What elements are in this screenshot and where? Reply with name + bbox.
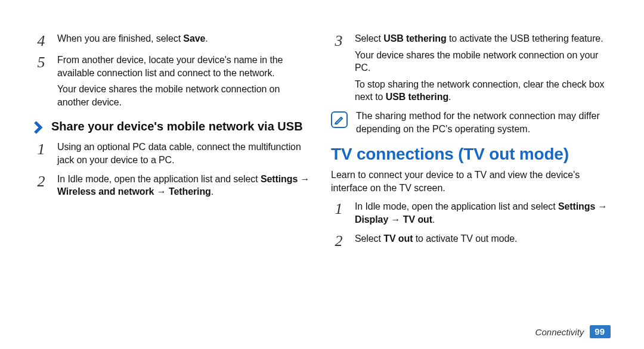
step-item: 3Select USB tethering to activate the US… — [331, 32, 611, 104]
step-body: In Idle mode, open the application list … — [57, 173, 313, 198]
page-footer: Connectivity 99 — [535, 325, 611, 338]
step-item: 1In Idle mode, open the application list… — [331, 200, 611, 226]
steps-continued: 4When you are finished, select Save.5Fro… — [33, 32, 313, 108]
step-number: 2 — [331, 233, 346, 249]
page-number-badge: 99 — [590, 325, 611, 338]
step-number: 5 — [33, 55, 49, 70]
step-body: When you are finished, select Save. — [57, 32, 208, 45]
step-item: 2In Idle mode, open the application list… — [33, 173, 313, 198]
manual-page: 4When you are finished, select Save.5Fro… — [0, 0, 644, 349]
steps-usb-tethering: 3Select USB tethering to activate the US… — [331, 32, 611, 104]
step-number: 3 — [331, 33, 346, 49]
step-paragraph: Your device shares the mobile network co… — [355, 49, 611, 74]
note-icon — [331, 111, 348, 128]
subheading-share-usb: Share your device's mobile network via U… — [33, 119, 313, 135]
step-number: 4 — [33, 33, 49, 49]
step-item: 2Select TV out to activate TV out mode. — [331, 232, 611, 248]
step-paragraph: From another device, locate your device'… — [57, 54, 313, 79]
right-column: 3Select USB tethering to activate the US… — [331, 30, 611, 331]
step-paragraph: Your device shares the mobile network co… — [57, 83, 313, 108]
steps-tv-out: 1In Idle mode, open the application list… — [331, 200, 611, 247]
step-number: 1 — [331, 201, 346, 217]
step-paragraph: Using an optional PC data cable, connect… — [57, 141, 313, 166]
step-number: 2 — [33, 174, 49, 189]
step-body: Select USB tethering to activate the USB… — [355, 32, 611, 104]
steps-share-usb: 1Using an optional PC data cable, connec… — [33, 141, 313, 198]
note-text: The sharing method for the network conne… — [356, 110, 611, 135]
left-column: 4When you are finished, select Save.5Fro… — [33, 30, 313, 331]
step-item: 4When you are finished, select Save. — [33, 32, 313, 48]
step-body: Using an optional PC data cable, connect… — [57, 141, 313, 166]
step-paragraph: When you are finished, select Save. — [57, 32, 208, 45]
note-box: The sharing method for the network conne… — [331, 110, 611, 135]
step-paragraph: To stop sharing the network connection, … — [355, 78, 611, 104]
step-item: 1Using an optional PC data cable, connec… — [33, 141, 313, 166]
section-intro-tv: Learn to connect your device to a TV and… — [331, 169, 611, 194]
step-paragraph: In Idle mode, open the application list … — [355, 200, 611, 226]
step-paragraph: Select USB tethering to activate the USB… — [355, 32, 611, 45]
step-body: Select TV out to activate TV out mode. — [355, 232, 517, 245]
subheading-text: Share your device's mobile network via U… — [51, 119, 303, 134]
step-paragraph: In Idle mode, open the application list … — [57, 173, 313, 198]
chevron-right-icon — [33, 120, 45, 136]
step-item: 5From another device, locate your device… — [33, 54, 313, 108]
footer-category: Connectivity — [535, 327, 584, 337]
step-body: From another device, locate your device'… — [57, 54, 313, 108]
step-number: 1 — [33, 142, 49, 157]
step-paragraph: Select TV out to activate TV out mode. — [355, 232, 517, 245]
section-title-tv: TV connections (TV out mode) — [331, 145, 611, 164]
step-body: In Idle mode, open the application list … — [355, 200, 611, 226]
